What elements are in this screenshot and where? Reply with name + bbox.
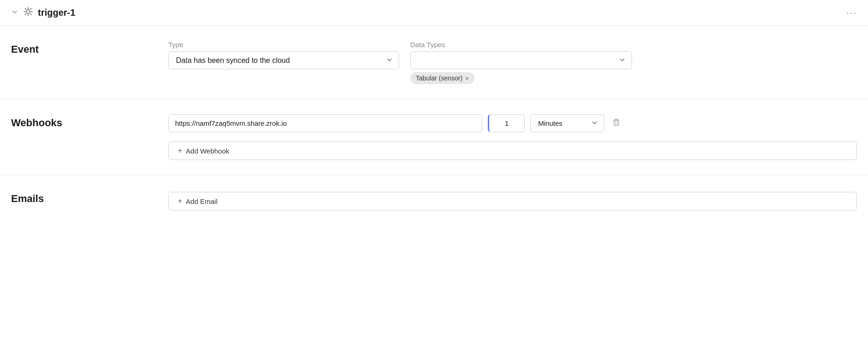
emails-section: Emails + Add Email: [0, 175, 868, 225]
type-select-wrapper: Data has been synced to the cloud: [168, 51, 399, 69]
webhook-number-input[interactable]: [488, 114, 525, 132]
more-options-icon[interactable]: ···: [846, 7, 857, 18]
trigger-icon: [23, 6, 33, 19]
tag-label: Tabular (sensor): [416, 74, 462, 82]
trigger-title: trigger-1: [38, 7, 75, 18]
event-label: Event: [11, 41, 168, 55]
webhook-delete-icon[interactable]: [610, 116, 623, 131]
data-types-field-group: Data Types Tabular (sensor: [410, 41, 632, 84]
type-field-group: Type Data has been synced to the cloud: [168, 41, 399, 69]
page-container: trigger-1 ··· Event Type Data has been s…: [0, 0, 868, 350]
minutes-select-wrapper: Minutes Hours Days: [530, 114, 604, 132]
data-types-tags: Tabular (sensor) ×: [410, 72, 632, 84]
add-webhook-plus-icon: +: [178, 147, 182, 155]
add-webhook-label: Add Webhook: [186, 147, 229, 155]
type-label: Type: [168, 41, 399, 49]
type-select[interactable]: Data has been synced to the cloud: [168, 51, 399, 69]
emails-label: Emails: [11, 190, 168, 205]
data-types-select-wrapper: [410, 51, 632, 69]
tag-tabular-sensor: Tabular (sensor) ×: [410, 72, 474, 84]
collapse-chevron-icon[interactable]: [11, 8, 18, 17]
minutes-select[interactable]: Minutes Hours Days: [530, 114, 604, 132]
add-email-label: Add Email: [186, 197, 217, 205]
webhook-row: Minutes Hours Days: [168, 114, 857, 132]
webhooks-label: Webhooks: [11, 114, 168, 129]
data-types-label: Data Types: [410, 41, 632, 49]
header-left: trigger-1: [11, 6, 75, 19]
event-section: Event Type Data has been synced to the c…: [0, 26, 868, 99]
emails-content: + Add Email: [168, 190, 857, 210]
add-email-plus-icon: +: [178, 197, 182, 205]
webhooks-content: Minutes Hours Days: [168, 114, 857, 160]
svg-rect-2: [614, 121, 619, 126]
add-email-button[interactable]: + Add Email: [168, 192, 857, 210]
event-content: Type Data has been synced to the cloud: [168, 41, 857, 84]
tag-remove-icon[interactable]: ×: [465, 75, 469, 81]
add-webhook-button[interactable]: + Add Webhook: [168, 141, 857, 160]
data-types-select[interactable]: [410, 51, 632, 69]
webhook-url-input[interactable]: [168, 114, 482, 132]
svg-point-0: [26, 10, 30, 13]
event-fields: Type Data has been synced to the cloud: [168, 41, 857, 84]
webhooks-section: Webhooks Minutes Hours Days: [0, 99, 868, 175]
header: trigger-1 ···: [0, 0, 868, 26]
